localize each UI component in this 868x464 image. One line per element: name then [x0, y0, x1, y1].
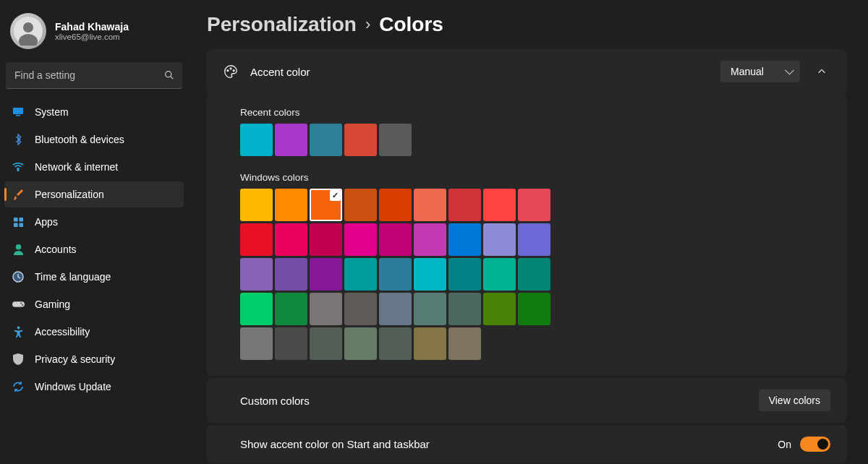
windows-color-swatch[interactable] — [518, 189, 550, 221]
windows-color-swatch[interactable] — [275, 327, 307, 360]
windows-color-swatch[interactable] — [344, 327, 377, 360]
sidebar-item-network-internet[interactable]: Network & internet — [4, 154, 184, 180]
windows-color-swatch[interactable] — [414, 327, 446, 360]
show-accent-toggle[interactable] — [800, 437, 830, 452]
sidebar-item-system[interactable]: System — [4, 99, 184, 125]
recent-color-swatch[interactable] — [379, 124, 412, 156]
windows-color-swatch[interactable] — [344, 258, 377, 291]
sidebar-item-gaming[interactable]: Gaming — [4, 291, 184, 317]
sidebar-item-bluetooth-devices[interactable]: Bluetooth & devices — [4, 126, 184, 152]
windows-color-swatch[interactable] — [414, 223, 446, 256]
recent-colors-grid — [240, 124, 558, 156]
windows-color-swatch[interactable] — [275, 223, 307, 256]
windows-color-swatch[interactable] — [414, 258, 446, 291]
windows-color-swatch[interactable] — [379, 223, 412, 256]
windows-color-swatch[interactable] — [448, 327, 481, 360]
recent-color-swatch[interactable] — [310, 124, 342, 156]
windows-color-swatch[interactable] — [344, 293, 377, 325]
sidebar-item-time-language[interactable]: Time & language — [4, 264, 184, 290]
windows-color-swatch[interactable] — [310, 293, 342, 325]
windows-color-swatch[interactable] — [483, 293, 516, 325]
sidebar-item-label: Privacy & security — [35, 353, 115, 365]
windows-color-swatch[interactable] — [344, 223, 377, 256]
clock-icon — [12, 270, 25, 283]
sidebar-item-personalization[interactable]: Personalization — [4, 181, 184, 207]
windows-color-swatch[interactable] — [414, 293, 446, 325]
accent-color-title: Accent color — [250, 66, 310, 78]
search-icon — [164, 70, 174, 82]
windows-color-swatch[interactable] — [310, 223, 342, 256]
svg-rect-6 — [16, 115, 20, 116]
windows-color-swatch[interactable] — [240, 189, 273, 221]
user-text: Fahad Khawaja xlive65@live.com — [55, 21, 129, 41]
windows-color-swatch[interactable] — [275, 189, 307, 221]
windows-color-swatch[interactable] — [310, 327, 342, 360]
windows-color-swatch[interactable] — [310, 189, 342, 221]
sidebar-item-windows-update[interactable]: Windows Update — [4, 374, 184, 400]
sidebar-item-accessibility[interactable]: Accessibility — [4, 319, 184, 345]
windows-color-swatch[interactable] — [414, 189, 446, 221]
windows-color-swatch[interactable] — [448, 293, 481, 325]
svg-rect-10 — [13, 223, 17, 227]
nav-list: SystemBluetooth & devicesNetwork & inter… — [0, 99, 188, 401]
svg-rect-11 — [19, 223, 23, 227]
recent-color-swatch[interactable] — [240, 124, 273, 156]
collapse-button[interactable] — [813, 63, 830, 80]
palette-icon — [223, 64, 239, 80]
windows-color-swatch[interactable] — [379, 258, 412, 291]
windows-color-swatch[interactable] — [448, 223, 481, 256]
breadcrumb-separator-icon: › — [365, 15, 370, 34]
windows-color-swatch[interactable] — [275, 293, 307, 325]
view-colors-button[interactable]: View colors — [759, 390, 830, 411]
recent-color-swatch[interactable] — [275, 124, 307, 156]
windows-color-swatch[interactable] — [483, 189, 516, 221]
accent-mode-value: Manual — [731, 66, 764, 77]
brush-icon — [12, 188, 25, 201]
recent-color-swatch[interactable] — [344, 124, 377, 156]
svg-rect-8 — [13, 217, 17, 221]
custom-colors-label: Custom colors — [240, 395, 310, 407]
sidebar-item-label: Gaming — [35, 298, 70, 310]
windows-color-swatch[interactable] — [275, 258, 307, 291]
windows-color-swatch[interactable] — [448, 258, 481, 291]
user-account[interactable]: Fahad Khawaja xlive65@live.com — [0, 7, 188, 62]
windows-color-swatch[interactable] — [518, 293, 550, 325]
search-input[interactable] — [6, 62, 182, 89]
sidebar-item-label: Network & internet — [35, 161, 118, 173]
windows-color-swatch[interactable] — [448, 189, 481, 221]
windows-color-swatch[interactable] — [379, 293, 412, 325]
svg-point-17 — [22, 304, 23, 306]
accent-color-header[interactable]: Accent color Manual — [207, 49, 846, 94]
svg-rect-5 — [13, 108, 23, 114]
svg-point-18 — [17, 327, 20, 330]
sidebar-item-privacy-security[interactable]: Privacy & security — [4, 346, 184, 372]
windows-color-swatch[interactable] — [518, 223, 550, 256]
windows-color-swatch[interactable] — [240, 258, 273, 291]
windows-color-swatch[interactable] — [344, 189, 377, 221]
person-icon — [12, 243, 25, 256]
sidebar-item-apps[interactable]: Apps — [4, 209, 184, 235]
user-email: xlive65@live.com — [55, 33, 129, 41]
windows-color-swatch[interactable] — [483, 258, 516, 291]
apps-icon — [12, 215, 25, 228]
windows-color-swatch[interactable] — [379, 189, 412, 221]
bluetooth-icon — [12, 133, 25, 146]
toggle-state-label: On — [778, 439, 791, 450]
sidebar-item-label: Accessibility — [35, 326, 90, 338]
accent-mode-dropdown[interactable]: Manual — [720, 61, 800, 82]
main-content: Personalization › Colors Accent color Ma… — [188, 0, 868, 464]
sidebar-item-label: Accounts — [35, 244, 77, 255]
windows-color-swatch[interactable] — [379, 327, 412, 360]
svg-point-20 — [230, 68, 231, 69]
windows-color-swatch[interactable] — [310, 258, 342, 291]
sidebar-item-accounts[interactable]: Accounts — [4, 236, 184, 262]
breadcrumb-parent[interactable]: Personalization — [207, 13, 357, 36]
monitor-icon — [12, 106, 25, 119]
windows-color-swatch[interactable] — [518, 258, 550, 291]
accessibility-icon — [12, 325, 25, 338]
windows-colors-grid — [240, 189, 558, 360]
windows-color-swatch[interactable] — [483, 223, 516, 256]
windows-color-swatch[interactable] — [240, 327, 273, 360]
windows-color-swatch[interactable] — [240, 293, 273, 325]
windows-color-swatch[interactable] — [240, 223, 273, 256]
